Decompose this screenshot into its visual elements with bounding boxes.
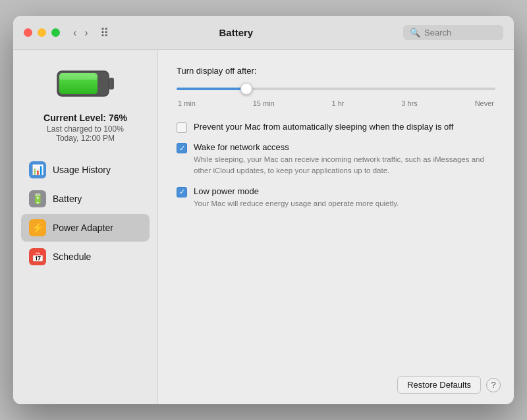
window-title: Battery [117,27,356,38]
battery-icon: 🔋 [29,190,46,207]
wake-network-content: Wake for network access While sleeping, … [194,142,495,177]
usage-history-icon: 📊 [29,161,46,178]
sidebar: Current Level: 76% Last charged to 100% … [13,50,158,404]
tick-1min: 1 min [178,99,196,107]
footer: Restore Defaults ? [158,369,514,404]
option-wake-network: ✓ Wake for network access While sleeping… [177,142,495,177]
close-button[interactable] [24,28,32,37]
traffic-lights [24,28,60,37]
tick-15min: 15 min [253,99,275,107]
low-power-title: Low power mode [194,186,495,196]
restore-defaults-button[interactable]: Restore Defaults [397,376,481,394]
search-input[interactable] [424,28,497,38]
sidebar-item-schedule[interactable]: 📅 Schedule [21,243,150,271]
titlebar: ‹ › ⠿ Battery 🔍 [13,16,514,50]
battery-icon-container [56,66,115,105]
prevent-sleep-checkbox[interactable] [177,122,187,133]
svg-rect-1 [109,78,114,90]
search-icon: 🔍 [410,28,420,38]
low-power-desc: Your Mac will reduce energy usage and op… [194,198,495,209]
maximize-button[interactable] [51,28,60,37]
tick-1hr: 1 hr [332,99,345,107]
minimize-button[interactable] [38,28,46,37]
slider-thumb[interactable] [240,83,252,95]
schedule-icon: 📅 [29,248,46,265]
power-adapter-label: Power Adapter [53,223,113,233]
low-power-content: Low power mode Your Mac will reduce ener… [194,186,495,209]
main-window: ‹ › ⠿ Battery 🔍 [13,16,514,404]
option-low-power: ✓ Low power mode Your Mac will reduce en… [177,186,495,209]
nav-items: 📊 Usage History 🔋 Battery ⚡ Power Adapte… [21,156,150,271]
sidebar-item-battery[interactable]: 🔋 Battery [21,185,150,213]
low-power-checkbox[interactable]: ✓ [177,187,187,197]
power-adapter-icon: ⚡ [29,219,46,236]
main-content: Turn display off after: 1 min 15 min 1 h… [158,50,514,404]
battery-label: Battery [53,194,82,204]
grid-icon[interactable]: ⠿ [100,26,109,40]
main-panel: Turn display off after: 1 min 15 min 1 h… [158,50,514,369]
prevent-sleep-content: Prevent your Mac from automatically slee… [194,122,495,132]
slider-ticks: 1 min 15 min 1 hr 3 hrs Never [177,99,495,107]
battery-charged-label: Last charged to 100% [43,124,127,134]
wake-network-title: Wake for network access [194,142,495,152]
option-prevent-sleep: Prevent your Mac from automatically slee… [177,122,495,133]
nav-arrows: ‹ › [70,26,91,39]
usage-history-label: Usage History [53,165,111,175]
battery-time-label: Today, 12:00 PM [43,134,127,143]
help-button[interactable]: ? [486,378,501,392]
tick-never: Never [475,99,494,107]
options-section: Prevent your Mac from automatically slee… [177,122,495,209]
search-box[interactable]: 🔍 [403,25,503,40]
forward-button[interactable]: › [82,26,90,39]
slider-track [177,88,495,90]
wake-network-checkbox[interactable]: ✓ [177,143,187,153]
slider-container[interactable] [177,82,495,95]
content-area: Current Level: 76% Last charged to 100% … [13,50,514,404]
battery-graphic [56,66,115,102]
slider-label: Turn display off after: [177,66,495,76]
back-button[interactable]: ‹ [70,26,79,39]
sidebar-item-usage-history[interactable]: 📊 Usage History [21,156,150,184]
prevent-sleep-title: Prevent your Mac from automatically slee… [194,122,495,132]
battery-info: Current Level: 76% Last charged to 100% … [43,113,127,143]
svg-rect-3 [59,73,97,80]
wake-network-desc: While sleeping, your Mac can receive inc… [194,154,495,177]
tick-3hrs: 3 hrs [401,99,417,107]
slider-section: Turn display off after: 1 min 15 min 1 h… [177,66,495,107]
sidebar-item-power-adapter[interactable]: ⚡ Power Adapter [21,214,150,242]
battery-level-label: Current Level: 76% [43,113,127,123]
schedule-label: Schedule [53,251,91,262]
